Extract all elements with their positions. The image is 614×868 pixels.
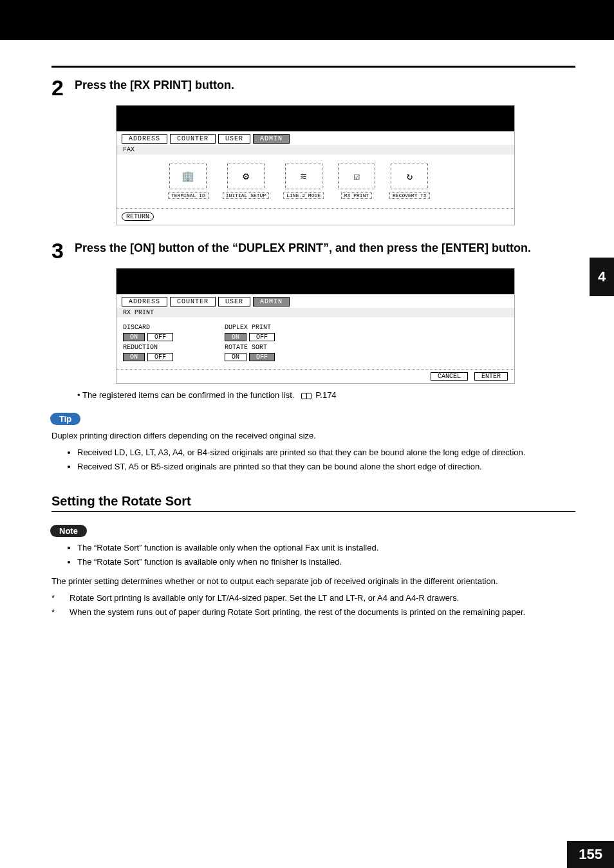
book-icon (301, 393, 312, 399)
step-text: Press the [ON] button of the “DUPLEX PRI… (75, 240, 531, 256)
option-terminal-id[interactable]: 🏢 TERMINAL ID (168, 164, 209, 199)
screenshot-fax-admin: ADDRESS COUNTER USER ADMIN FAX 🏢 TERMINA… (116, 105, 515, 225)
tip-bullet-2: Received ST, A5 or B5-sized originals ar… (77, 461, 575, 473)
star-marker: * (51, 607, 60, 618)
option-recovery-tx[interactable]: ↻ RECOVERY TX (389, 164, 430, 199)
tip-pill: Tip (50, 413, 80, 425)
breadcrumb-fax: FAX (116, 145, 514, 155)
tab-admin[interactable]: ADMIN (253, 297, 290, 307)
reduction-on[interactable]: ON (123, 353, 145, 361)
note-pill: Note (50, 525, 87, 537)
section-tab: 4 (590, 258, 614, 296)
note-text: The registered items can be confirmed in… (82, 390, 295, 400)
terminal-label: TERMINAL ID (168, 192, 209, 199)
tab-user[interactable]: USER (218, 297, 250, 307)
rx-print-icon: ☑ (338, 164, 375, 189)
page-number: 155 (567, 841, 614, 868)
page-ref: P.174 (315, 390, 336, 400)
line2-icon: ≋ (285, 164, 322, 189)
tab-admin[interactable]: ADMIN (253, 134, 290, 144)
initial-setup-label: INITIAL SETUP (223, 192, 269, 199)
option-initial-setup[interactable]: ⚙ INITIAL SETUP (223, 164, 269, 199)
option-line2-mode[interactable]: ≋ LINE-2 MODE (283, 164, 324, 199)
rotate-on[interactable]: ON (225, 353, 247, 361)
star-marker: * (51, 592, 60, 604)
tab-address[interactable]: ADDRESS (122, 134, 167, 144)
line2-label: LINE-2 MODE (283, 192, 324, 199)
step-3: 3 Press the [ON] button of the “DUPLEX P… (51, 240, 575, 261)
duplex-on[interactable]: ON (225, 333, 247, 341)
panel-header-black (116, 269, 514, 294)
rx-print-label: RX PRINT (341, 192, 372, 199)
step-2: 2 Press the [RX PRINT] button. (51, 77, 575, 99)
rotate-star-2: When the system runs out of paper during… (70, 607, 525, 618)
screenshot-rx-print-settings: ADDRESS COUNTER USER ADMIN RX PRINT DISC… (116, 268, 515, 384)
step-number: 2 (51, 77, 68, 99)
breadcrumb-rx-print: RX PRINT (116, 308, 514, 317)
rotate-star-1: Rotate Sort printing is available only f… (70, 592, 459, 604)
initial-setup-icon: ⚙ (227, 164, 265, 189)
discard-on[interactable]: ON (123, 333, 145, 341)
group-discard: DISCARD (123, 324, 173, 331)
note-bullet-1: The “Rotate Sort” function is available … (77, 542, 575, 554)
discard-off[interactable]: OFF (147, 333, 173, 341)
option-rx-print[interactable]: ☑ RX PRINT (338, 164, 375, 199)
rotate-body: The printer setting determines whether o… (51, 576, 575, 587)
tip-bullet-1: Received LD, LG, LT, A3, A4, or B4-sized… (77, 447, 575, 458)
header-band (0, 0, 614, 40)
panel-header-black (116, 106, 514, 131)
separator-top (51, 66, 575, 68)
tab-user[interactable]: USER (218, 134, 250, 144)
terminal-icon: 🏢 (169, 164, 207, 189)
tip-bullets: Received LD, LG, LT, A3, A4, or B4-sized… (77, 447, 575, 473)
group-rotate-sort: ROTATE SORT (225, 344, 275, 351)
duplex-off[interactable]: OFF (249, 333, 275, 341)
tip-body: Duplex printing direction differs depend… (51, 430, 575, 442)
recovery-label: RECOVERY TX (389, 192, 430, 199)
rotate-star-list: * Rotate Sort printing is available only… (51, 592, 575, 618)
cancel-button[interactable]: CANCEL (431, 372, 468, 381)
reduction-off[interactable]: OFF (147, 353, 173, 361)
step-text: Press the [RX PRINT] button. (75, 77, 234, 93)
group-reduction: REDUCTION (123, 344, 173, 351)
tab-address[interactable]: ADDRESS (122, 297, 167, 307)
recovery-icon: ↻ (391, 164, 428, 189)
function-list-note: • The registered items can be confirmed … (77, 390, 575, 400)
tab-counter[interactable]: COUNTER (170, 134, 216, 144)
note-bullet-2: The “Rotate Sort” function is available … (77, 556, 575, 568)
group-duplex: DUPLEX PRINT (225, 324, 275, 331)
subheading-rotate-sort: Setting the Rotate Sort (51, 494, 575, 512)
rotate-off[interactable]: OFF (249, 353, 275, 361)
note-bullets: The “Rotate Sort” function is available … (77, 542, 575, 568)
return-button[interactable]: RETURN (122, 212, 154, 221)
step-number: 3 (51, 240, 68, 261)
tab-counter[interactable]: COUNTER (170, 297, 216, 307)
enter-button[interactable]: ENTER (474, 372, 508, 381)
